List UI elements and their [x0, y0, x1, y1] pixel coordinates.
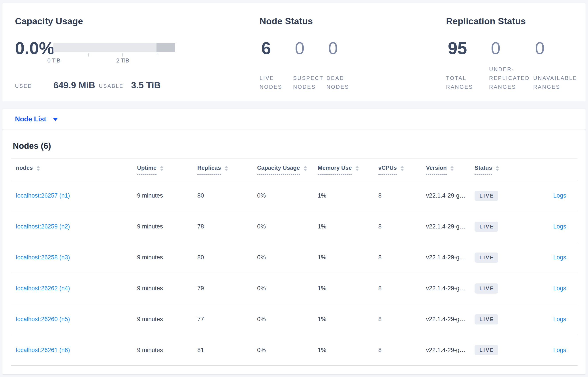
status-badge: LIVE [475, 314, 498, 324]
used-label: USED [15, 83, 32, 89]
sort-icon [304, 166, 307, 171]
live-nodes-label: LIVE NODES [259, 60, 289, 91]
uptime-cell: 9 minutes [137, 285, 197, 292]
logs-link[interactable]: Logs [553, 316, 566, 323]
replicas-cell: 81 [197, 347, 257, 353]
node-link[interactable]: localhost:26262 (n4) [16, 285, 70, 292]
memory-cell: 1% [318, 316, 378, 323]
table-row: localhost:26257 (n1) 9 minutes 80 0% 1% … [11, 180, 578, 211]
status-badge: LIVE [475, 252, 498, 263]
node-list-dropdown[interactable]: Node List [15, 109, 58, 130]
column-header-status[interactable]: Status [475, 165, 522, 175]
uptime-cell: 9 minutes [137, 254, 197, 261]
capacity-usage-title: Capacity Usage [15, 16, 83, 26]
gauge-tick [157, 53, 157, 57]
capacity-gauge [53, 43, 175, 52]
total-ranges-label: TOTAL RANGES [446, 60, 480, 91]
status-badge: LIVE [475, 222, 498, 232]
column-header-replicas[interactable]: Replicas [197, 165, 257, 175]
column-header-uptime[interactable]: Uptime [137, 165, 197, 175]
column-header-nodes[interactable]: nodes [11, 165, 137, 175]
replicas-cell: 77 [197, 316, 257, 323]
nodes-section-title: Nodes (6) [13, 141, 51, 151]
replicas-cell: 78 [197, 223, 257, 230]
sort-icon [355, 166, 359, 171]
nodes-table-panel: Nodes (6) nodes Uptime Replicas Capacity… [2, 130, 586, 375]
under-replicated-label: UNDER-REPLICATED RANGES [489, 60, 531, 91]
gauge-tick-label-2: 2 TiB [109, 57, 136, 64]
gauge-tick-label-0: 0 TiB [41, 57, 67, 64]
logs-link[interactable]: Logs [553, 254, 566, 261]
version-cell: v22.1.4-29-g… [426, 316, 475, 323]
logs-link[interactable]: Logs [553, 347, 566, 353]
sort-icon [224, 166, 228, 171]
node-link[interactable]: localhost:26261 (n6) [16, 347, 70, 353]
capacity-cell: 0% [257, 192, 318, 199]
usable-label: USABLE [99, 83, 124, 89]
node-link[interactable]: localhost:26258 (n3) [16, 254, 70, 261]
version-cell: v22.1.4-29-g… [426, 254, 475, 261]
node-link[interactable]: localhost:26260 (n5) [16, 316, 70, 322]
status-badge: LIVE [475, 191, 498, 201]
column-header-memory-use[interactable]: Memory Use [318, 165, 378, 175]
total-ranges-count: 95 [448, 39, 467, 57]
sort-icon [450, 166, 454, 171]
sort-icon [495, 166, 499, 171]
column-header-capacity-usage[interactable]: Capacity Usage [257, 165, 318, 175]
usable-value: 3.5 TiB [131, 80, 161, 91]
node-status-title: Node Status [259, 16, 313, 26]
node-link[interactable]: localhost:26257 (n1) [16, 192, 70, 199]
sort-icon [400, 166, 404, 171]
column-header-version[interactable]: Version [426, 165, 475, 175]
sort-icon [160, 166, 164, 171]
capacity-cell: 0% [257, 285, 318, 292]
vcpus-cell: 8 [378, 285, 426, 292]
capacity-usage-percent: 0.0% [15, 39, 54, 57]
replication-status-title: Replication Status [446, 16, 526, 26]
replicas-cell: 80 [197, 192, 257, 199]
table-row: localhost:26259 (n2) 9 minutes 78 0% 1% … [11, 211, 578, 242]
logs-link[interactable]: Logs [553, 192, 566, 199]
node-link[interactable]: localhost:26259 (n2) [16, 223, 70, 230]
uptime-cell: 9 minutes [137, 316, 197, 323]
gauge-tick [54, 53, 54, 57]
logs-link[interactable]: Logs [553, 285, 566, 292]
vcpus-cell: 8 [378, 347, 426, 353]
gauge-tick [122, 53, 123, 57]
table-row: localhost:26262 (n4) 9 minutes 79 0% 1% … [11, 273, 578, 304]
replicas-cell: 79 [197, 285, 257, 292]
logs-link[interactable]: Logs [553, 223, 566, 230]
vcpus-cell: 8 [378, 192, 426, 199]
table-row: localhost:26260 (n5) 9 minutes 77 0% 1% … [11, 304, 578, 335]
unavailable-label: UNAVAILABLE RANGES [533, 60, 578, 91]
memory-cell: 1% [318, 192, 378, 199]
column-header-vcpus[interactable]: vCPUs [378, 165, 426, 175]
sort-icon [36, 166, 40, 171]
vcpus-cell: 8 [378, 223, 426, 230]
under-replicated-count: 0 [491, 39, 500, 57]
version-cell: v22.1.4-29-g… [426, 347, 475, 353]
vcpus-cell: 8 [378, 254, 426, 261]
suspect-nodes-count: 0 [295, 39, 304, 57]
table-row: localhost:26258 (n3) 9 minutes 80 0% 1% … [11, 242, 578, 273]
status-badge: LIVE [475, 345, 498, 355]
dead-nodes-count: 0 [328, 39, 338, 57]
version-cell: v22.1.4-29-g… [426, 285, 475, 292]
uptime-cell: 9 minutes [137, 192, 197, 199]
capacity-cell: 0% [257, 223, 318, 230]
vcpus-cell: 8 [378, 316, 426, 323]
capacity-gauge-used-segment [156, 43, 175, 52]
used-value: 649.9 MiB [53, 80, 95, 91]
replicas-cell: 80 [197, 254, 257, 261]
capacity-cell: 0% [257, 316, 318, 323]
nodes-table: nodes Uptime Replicas Capacity Usage Mem… [11, 158, 578, 366]
table-row: localhost:26261 (n6) 9 minutes 81 0% 1% … [11, 335, 578, 366]
capacity-cell: 0% [257, 347, 318, 353]
view-selector-panel: Node List [2, 109, 586, 130]
node-list-dropdown-label: Node List [15, 115, 46, 123]
gauge-tick [88, 53, 89, 57]
unavailable-count: 0 [535, 39, 544, 57]
nodes-table-header-row: nodes Uptime Replicas Capacity Usage Mem… [11, 158, 578, 180]
dead-nodes-label: DEAD NODES [327, 60, 356, 91]
memory-cell: 1% [318, 254, 378, 261]
